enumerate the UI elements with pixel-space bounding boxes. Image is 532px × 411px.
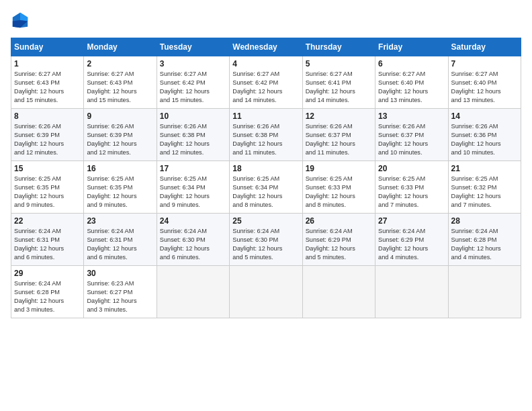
- calendar-cell: 14Sunrise: 6:26 AM Sunset: 6:36 PM Dayli…: [448, 109, 521, 161]
- col-header-sunday: Sunday: [11, 38, 84, 56]
- day-number: 18: [232, 164, 299, 173]
- calendar-cell: 11Sunrise: 6:26 AM Sunset: 6:38 PM Dayli…: [230, 109, 302, 161]
- calendar-cell: 5Sunrise: 6:27 AM Sunset: 6:41 PM Daylig…: [302, 56, 375, 109]
- day-info: Sunrise: 6:26 AM Sunset: 6:36 PM Dayligh…: [451, 122, 518, 157]
- day-number: 8: [14, 111, 81, 121]
- calendar-cell: 9Sunrise: 6:26 AM Sunset: 6:39 PM Daylig…: [84, 109, 157, 161]
- calendar-cell: [157, 266, 229, 318]
- calendar-cell: 13Sunrise: 6:26 AM Sunset: 6:37 PM Dayli…: [375, 109, 448, 161]
- day-number: 16: [87, 164, 153, 173]
- calendar-week-3: 15Sunrise: 6:25 AM Sunset: 6:35 PM Dayli…: [11, 161, 521, 214]
- day-info: Sunrise: 6:24 AM Sunset: 6:31 PM Dayligh…: [14, 227, 81, 262]
- calendar-cell: 21Sunrise: 6:25 AM Sunset: 6:32 PM Dayli…: [448, 161, 521, 214]
- day-number: 22: [14, 216, 81, 226]
- day-info: Sunrise: 6:26 AM Sunset: 6:39 PM Dayligh…: [87, 122, 153, 157]
- day-number: 28: [451, 216, 518, 226]
- day-info: Sunrise: 6:26 AM Sunset: 6:39 PM Dayligh…: [14, 122, 81, 157]
- day-info: Sunrise: 6:27 AM Sunset: 6:43 PM Dayligh…: [14, 70, 81, 105]
- day-number: 5: [306, 59, 372, 68]
- day-number: 23: [87, 216, 153, 226]
- day-number: 3: [160, 59, 226, 68]
- calendar-cell: [230, 266, 302, 318]
- day-info: Sunrise: 6:24 AM Sunset: 6:30 PM Dayligh…: [232, 227, 299, 262]
- day-info: Sunrise: 6:25 AM Sunset: 6:33 PM Dayligh…: [378, 175, 445, 210]
- calendar-cell: [302, 266, 375, 318]
- page: SundayMondayTuesdayWednesdayThursdayFrid…: [0, 0, 532, 411]
- day-number: 26: [306, 216, 372, 226]
- day-number: 6: [378, 59, 445, 68]
- day-number: 7: [451, 59, 518, 68]
- day-number: 19: [306, 164, 372, 173]
- calendar-cell: 1Sunrise: 6:27 AM Sunset: 6:43 PM Daylig…: [11, 56, 84, 109]
- day-number: 13: [378, 111, 445, 121]
- calendar-cell: 26Sunrise: 6:24 AM Sunset: 6:29 PM Dayli…: [302, 214, 375, 266]
- calendar-cell: 17Sunrise: 6:25 AM Sunset: 6:34 PM Dayli…: [157, 161, 229, 214]
- svg-marker-1: [20, 13, 28, 21]
- calendar-cell: 22Sunrise: 6:24 AM Sunset: 6:31 PM Dayli…: [11, 214, 84, 266]
- day-info: Sunrise: 6:27 AM Sunset: 6:42 PM Dayligh…: [232, 70, 299, 105]
- calendar-week-5: 29Sunrise: 6:24 AM Sunset: 6:28 PM Dayli…: [11, 266, 521, 318]
- day-info: Sunrise: 6:24 AM Sunset: 6:30 PM Dayligh…: [160, 227, 226, 262]
- day-number: 20: [378, 164, 445, 173]
- col-header-monday: Monday: [84, 38, 157, 56]
- calendar-cell: 16Sunrise: 6:25 AM Sunset: 6:35 PM Dayli…: [84, 161, 157, 214]
- calendar-cell: 8Sunrise: 6:26 AM Sunset: 6:39 PM Daylig…: [11, 109, 84, 161]
- day-info: Sunrise: 6:23 AM Sunset: 6:27 PM Dayligh…: [87, 279, 153, 314]
- day-info: Sunrise: 6:27 AM Sunset: 6:41 PM Dayligh…: [306, 70, 372, 105]
- calendar-cell: 18Sunrise: 6:25 AM Sunset: 6:34 PM Dayli…: [230, 161, 302, 214]
- calendar-header-row: SundayMondayTuesdayWednesdayThursdayFrid…: [11, 38, 521, 56]
- day-number: 11: [232, 111, 299, 121]
- day-info: Sunrise: 6:27 AM Sunset: 6:40 PM Dayligh…: [378, 70, 445, 105]
- calendar-cell: [448, 266, 521, 318]
- day-number: 4: [232, 59, 299, 68]
- calendar-cell: 4Sunrise: 6:27 AM Sunset: 6:42 PM Daylig…: [230, 56, 302, 109]
- day-info: Sunrise: 6:26 AM Sunset: 6:37 PM Dayligh…: [306, 122, 372, 157]
- calendar-cell: 12Sunrise: 6:26 AM Sunset: 6:37 PM Dayli…: [302, 109, 375, 161]
- day-info: Sunrise: 6:25 AM Sunset: 6:33 PM Dayligh…: [306, 175, 372, 210]
- calendar-cell: [375, 266, 448, 318]
- day-info: Sunrise: 6:26 AM Sunset: 6:37 PM Dayligh…: [378, 122, 445, 157]
- day-number: 17: [160, 164, 226, 173]
- day-info: Sunrise: 6:25 AM Sunset: 6:35 PM Dayligh…: [14, 175, 81, 210]
- day-number: 10: [160, 111, 226, 121]
- calendar-week-1: 1Sunrise: 6:27 AM Sunset: 6:43 PM Daylig…: [11, 56, 521, 109]
- day-number: 15: [14, 164, 81, 173]
- day-number: 29: [14, 269, 81, 278]
- calendar-week-4: 22Sunrise: 6:24 AM Sunset: 6:31 PM Dayli…: [11, 214, 521, 266]
- calendar-cell: 23Sunrise: 6:24 AM Sunset: 6:31 PM Dayli…: [84, 214, 157, 266]
- calendar-cell: 29Sunrise: 6:24 AM Sunset: 6:28 PM Dayli…: [11, 266, 84, 318]
- day-info: Sunrise: 6:26 AM Sunset: 6:38 PM Dayligh…: [160, 122, 226, 157]
- col-header-tuesday: Tuesday: [157, 38, 229, 56]
- day-number: 9: [87, 111, 153, 121]
- col-header-friday: Friday: [375, 38, 448, 56]
- day-number: 12: [306, 111, 372, 121]
- calendar-cell: 19Sunrise: 6:25 AM Sunset: 6:33 PM Dayli…: [302, 161, 375, 214]
- col-header-wednesday: Wednesday: [230, 38, 302, 56]
- day-number: 2: [87, 59, 153, 68]
- calendar-cell: 27Sunrise: 6:24 AM Sunset: 6:29 PM Dayli…: [375, 214, 448, 266]
- calendar-cell: 10Sunrise: 6:26 AM Sunset: 6:38 PM Dayli…: [157, 109, 229, 161]
- day-info: Sunrise: 6:25 AM Sunset: 6:32 PM Dayligh…: [451, 175, 518, 210]
- day-info: Sunrise: 6:24 AM Sunset: 6:31 PM Dayligh…: [87, 227, 153, 262]
- calendar-cell: 7Sunrise: 6:27 AM Sunset: 6:40 PM Daylig…: [448, 56, 521, 109]
- day-info: Sunrise: 6:25 AM Sunset: 6:35 PM Dayligh…: [87, 175, 153, 210]
- day-info: Sunrise: 6:27 AM Sunset: 6:42 PM Dayligh…: [160, 70, 226, 105]
- day-info: Sunrise: 6:24 AM Sunset: 6:28 PM Dayligh…: [14, 279, 81, 314]
- day-number: 21: [451, 164, 518, 173]
- calendar-cell: 15Sunrise: 6:25 AM Sunset: 6:35 PM Dayli…: [11, 161, 84, 214]
- header: [11, 11, 521, 30]
- calendar-cell: 20Sunrise: 6:25 AM Sunset: 6:33 PM Dayli…: [375, 161, 448, 214]
- day-number: 27: [378, 216, 445, 226]
- calendar-cell: 2Sunrise: 6:27 AM Sunset: 6:43 PM Daylig…: [84, 56, 157, 109]
- day-info: Sunrise: 6:25 AM Sunset: 6:34 PM Dayligh…: [232, 175, 299, 210]
- day-number: 14: [451, 111, 518, 121]
- logo: [11, 11, 32, 30]
- day-info: Sunrise: 6:24 AM Sunset: 6:29 PM Dayligh…: [306, 227, 372, 262]
- day-info: Sunrise: 6:24 AM Sunset: 6:28 PM Dayligh…: [451, 227, 518, 262]
- day-info: Sunrise: 6:25 AM Sunset: 6:34 PM Dayligh…: [160, 175, 226, 210]
- col-header-thursday: Thursday: [302, 38, 375, 56]
- calendar-cell: 3Sunrise: 6:27 AM Sunset: 6:42 PM Daylig…: [157, 56, 229, 109]
- calendar-cell: 28Sunrise: 6:24 AM Sunset: 6:28 PM Dayli…: [448, 214, 521, 266]
- calendar-week-2: 8Sunrise: 6:26 AM Sunset: 6:39 PM Daylig…: [11, 109, 521, 161]
- day-info: Sunrise: 6:26 AM Sunset: 6:38 PM Dayligh…: [232, 122, 299, 157]
